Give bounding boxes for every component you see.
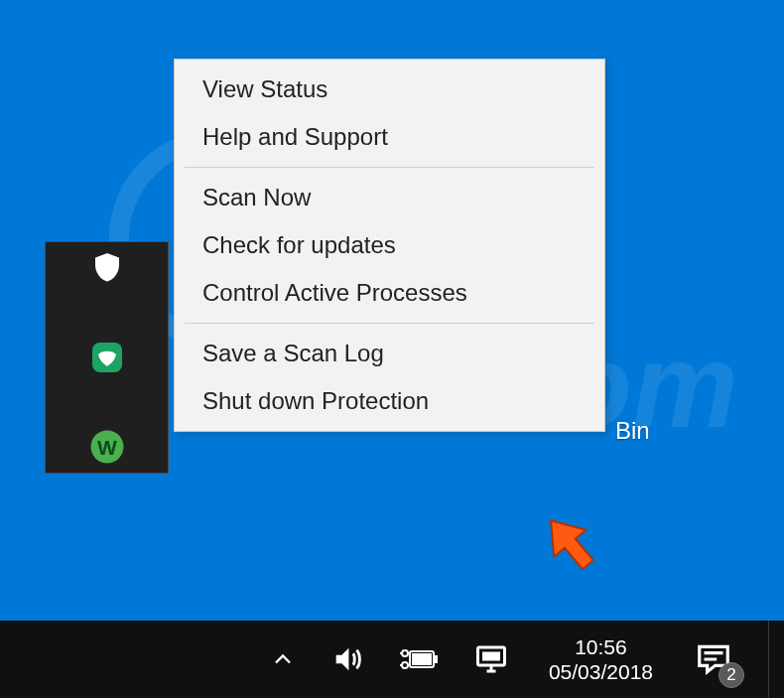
menu-item-shutdown-protection[interactable]: Shut down Protection (175, 377, 604, 425)
menu-item-label: View Status (202, 75, 327, 102)
notification-count: 2 (726, 665, 735, 685)
menu-item-help-support[interactable]: Help and Support (175, 113, 604, 161)
power-battery-icon[interactable] (392, 644, 446, 674)
menu-item-save-scan-log[interactable]: Save a Scan Log (175, 330, 604, 377)
menu-item-label: Save a Scan Log (202, 340, 384, 366)
action-center-icon[interactable]: 2 (687, 632, 740, 686)
webroot-icon[interactable]: W (87, 427, 127, 467)
taskbar-clock[interactable]: 10:56 05/03/2018 (537, 634, 665, 684)
menu-item-view-status[interactable]: View Status (175, 66, 604, 113)
menu-item-scan-now[interactable]: Scan Now (175, 174, 604, 221)
show-desktop-button[interactable] (768, 621, 778, 698)
svg-text:W: W (97, 436, 117, 459)
menu-item-label: Scan Now (202, 184, 311, 210)
menu-item-label: Help and Support (202, 123, 388, 150)
svg-rect-15 (482, 652, 500, 661)
taskbar: 10:56 05/03/2018 2 (0, 621, 784, 698)
menu-item-control-processes[interactable]: Control Active Processes (175, 269, 604, 317)
tray-context-menu: View Status Help and Support Scan Now Ch… (174, 59, 605, 432)
tray-overflow-chevron-icon[interactable] (263, 645, 303, 673)
menu-item-label: Check for updates (202, 231, 396, 258)
menu-separator (185, 323, 594, 324)
system-tray: 10:56 05/03/2018 2 (263, 621, 784, 698)
menu-separator (185, 167, 594, 168)
svg-rect-10 (434, 655, 438, 663)
clock-time: 10:56 (549, 634, 653, 659)
annotation-arrow-icon (536, 509, 605, 579)
shield-icon[interactable] (87, 248, 127, 288)
menu-item-label: Shut down Protection (202, 387, 429, 414)
desktop-background: PC risk.com W Bin View Status Help and S… (0, 0, 784, 698)
antivirus-green-icon[interactable] (87, 338, 127, 377)
volume-icon[interactable] (325, 642, 370, 676)
menu-item-check-updates[interactable]: Check for updates (175, 221, 604, 269)
clock-date: 05/03/2018 (549, 659, 653, 684)
svg-point-13 (402, 662, 408, 668)
network-icon[interactable] (467, 641, 515, 677)
tray-overflow-flyout[interactable]: W (45, 241, 169, 474)
svg-point-12 (402, 650, 408, 656)
recycle-bin-label: Bin (615, 417, 650, 445)
notification-badge: 2 (719, 662, 744, 688)
svg-rect-11 (412, 653, 432, 665)
menu-item-label: Control Active Processes (202, 279, 467, 306)
